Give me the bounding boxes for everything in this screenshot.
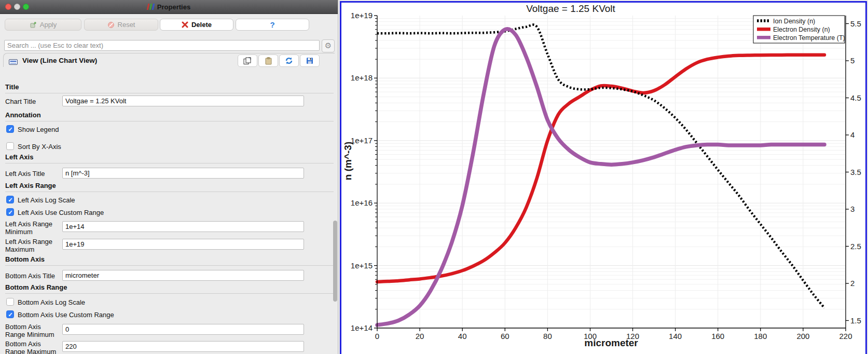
svg-text:80: 80 bbox=[543, 332, 552, 341]
left-axis-range-max-input[interactable] bbox=[62, 239, 304, 250]
svg-text:4: 4 bbox=[850, 130, 855, 139]
search-input[interactable] bbox=[4, 40, 320, 51]
chart-title-label: Chart Title bbox=[5, 98, 36, 105]
view-section-header[interactable]: View (Line Chart View) bbox=[3, 53, 335, 67]
svg-text:Electron Density (n): Electron Density (n) bbox=[773, 26, 830, 33]
chart-title-input[interactable] bbox=[62, 96, 304, 106]
svg-text:2: 2 bbox=[850, 279, 855, 288]
paste-properties-button[interactable] bbox=[258, 55, 278, 67]
section-left-axis: Left Axis bbox=[5, 153, 334, 164]
left-axis-range-max-label: Left Axis Range Maximum bbox=[5, 238, 60, 253]
paraview-icon bbox=[147, 4, 154, 10]
svg-text:5.5: 5.5 bbox=[850, 19, 861, 28]
svg-text:3.5: 3.5 bbox=[850, 168, 861, 176]
bottom-axis-custom-range-checkbox[interactable] bbox=[6, 310, 14, 318]
section-bottom-axis-range: Bottom Axis Range bbox=[5, 283, 334, 294]
bottom-axis-custom-range-label: Bottom Axis Use Custom Range bbox=[18, 311, 114, 319]
svg-text:200: 200 bbox=[796, 332, 809, 341]
svg-text:4.5: 4.5 bbox=[850, 93, 861, 102]
bottom-axis-log-scale-label: Bottom Axis Log Scale bbox=[18, 298, 85, 306]
section-left-axis-range: Left Axis Range bbox=[5, 182, 334, 192]
left-axis-custom-range-label: Left Axis Use Custom Range bbox=[18, 209, 104, 216]
apply-icon bbox=[30, 21, 37, 29]
save-icon bbox=[306, 57, 313, 64]
show-legend-checkbox[interactable] bbox=[6, 125, 14, 133]
svg-text:60: 60 bbox=[501, 332, 509, 341]
svg-text:180: 180 bbox=[754, 332, 767, 341]
sort-by-x-axis-checkbox[interactable] bbox=[6, 142, 14, 150]
bottom-axis-range-max-input[interactable] bbox=[62, 341, 304, 352]
section-title: Title bbox=[5, 83, 334, 93]
svg-text:1e+18: 1e+18 bbox=[351, 73, 373, 82]
svg-text:20: 20 bbox=[416, 332, 424, 341]
bottom-axis-title-label: Bottom Axis Title bbox=[5, 272, 55, 280]
search-options-button[interactable]: ⚙ bbox=[322, 39, 335, 52]
bottom-axis-range-min-label: Bottom Axis Range Minimum bbox=[5, 323, 60, 338]
copy-icon bbox=[243, 57, 252, 65]
paste-icon bbox=[265, 57, 272, 65]
svg-text:220: 220 bbox=[839, 332, 852, 341]
line-chart-view-icon bbox=[9, 58, 18, 67]
show-legend-label: Show Legend bbox=[18, 126, 59, 133]
chart-canvas[interactable]: 1e+141e+151e+161e+171e+181e+190204060801… bbox=[341, 3, 865, 354]
section-annotation: Annotation bbox=[5, 111, 334, 121]
delete-button[interactable]: Delete bbox=[160, 19, 233, 31]
svg-text:1e+17: 1e+17 bbox=[351, 136, 373, 145]
line-chart-view[interactable]: 1e+141e+151e+161e+171e+181e+190204060801… bbox=[340, 1, 867, 354]
svg-text:Ion Density (n): Ion Density (n) bbox=[773, 18, 815, 25]
left-axis-custom-range-checkbox[interactable] bbox=[6, 208, 14, 216]
bottom-axis-range-max-label: Bottom Axis Range Maximum bbox=[5, 340, 60, 354]
properties-panel: Properties Apply Reset Delete ? ⚙ View (… bbox=[0, 0, 338, 354]
save-defaults-button[interactable] bbox=[300, 55, 320, 67]
chart-legend: Ion Density (n)Electron Density (n)Elect… bbox=[753, 16, 845, 43]
sort-by-x-axis-label: Sort By X-Axis bbox=[18, 143, 61, 151]
reset-icon bbox=[107, 21, 115, 29]
refresh-icon bbox=[285, 57, 293, 65]
left-axis-range-min-input[interactable] bbox=[62, 221, 304, 232]
bottom-axis-range-min-input[interactable] bbox=[62, 324, 304, 335]
svg-text:1e+19: 1e+19 bbox=[351, 11, 373, 20]
window-title: Properties bbox=[157, 3, 190, 11]
left-axis-range-min-label: Left Axis Range Minimum bbox=[5, 220, 60, 236]
restore-defaults-button[interactable] bbox=[279, 55, 299, 67]
svg-text:Voltgae = 1.25 KVolt: Voltgae = 1.25 KVolt bbox=[526, 3, 615, 14]
screen: { "window": { "title": "Properties" }, "… bbox=[0, 0, 868, 354]
reset-button[interactable]: Reset bbox=[84, 19, 158, 31]
svg-text:5: 5 bbox=[850, 56, 855, 65]
help-button[interactable]: ? bbox=[236, 19, 309, 31]
svg-text:2.5: 2.5 bbox=[850, 242, 861, 251]
view-section-label: View (Line Chart View) bbox=[22, 57, 97, 64]
svg-text:micrometer: micrometer bbox=[584, 337, 638, 348]
left-axis-title-label: Left Axis Title bbox=[5, 170, 45, 178]
apply-button[interactable]: Apply bbox=[5, 19, 81, 31]
bottom-axis-log-scale-checkbox[interactable] bbox=[6, 298, 14, 306]
svg-text:1e+15: 1e+15 bbox=[351, 261, 373, 270]
svg-text:40: 40 bbox=[458, 332, 467, 341]
delete-icon bbox=[182, 21, 188, 28]
help-icon: ? bbox=[270, 20, 274, 29]
svg-text:0: 0 bbox=[375, 332, 379, 341]
left-axis-title-input[interactable] bbox=[62, 168, 304, 179]
left-axis-log-scale-label: Left Axis Log Scale bbox=[18, 196, 75, 204]
panel-scrollbar[interactable] bbox=[333, 221, 337, 302]
section-bottom-axis: Bottom Axis bbox=[5, 255, 334, 266]
copy-properties-button[interactable] bbox=[238, 55, 257, 67]
svg-text:3: 3 bbox=[850, 205, 855, 213]
svg-text:1e+14: 1e+14 bbox=[351, 323, 373, 332]
svg-text:140: 140 bbox=[669, 332, 682, 341]
svg-text:1.5: 1.5 bbox=[850, 316, 861, 325]
svg-text:1e+16: 1e+16 bbox=[351, 198, 373, 207]
gear-icon: ⚙ bbox=[325, 41, 332, 50]
svg-text:Electron Temperature (T): Electron Temperature (T) bbox=[773, 34, 845, 42]
svg-text:160: 160 bbox=[711, 332, 724, 341]
bottom-axis-title-input[interactable] bbox=[62, 270, 304, 281]
svg-text:n (m^-3): n (m^-3) bbox=[342, 142, 353, 180]
left-axis-log-scale-checkbox[interactable] bbox=[6, 196, 14, 203]
window-titlebar[interactable]: Properties bbox=[0, 0, 338, 14]
